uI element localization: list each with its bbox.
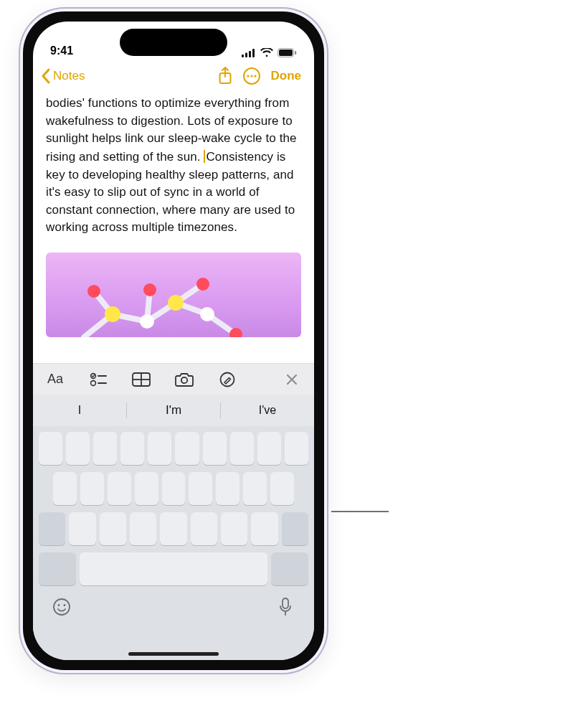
svg-rect-0: [242, 55, 244, 57]
suggestion-3[interactable]: I've: [221, 404, 314, 417]
return-key[interactable]: [271, 552, 308, 585]
svg-point-15: [200, 307, 214, 321]
molecule-illustration: [46, 253, 301, 337]
keyboard-key[interactable]: [270, 472, 294, 505]
callout-line: [331, 511, 389, 512]
svg-point-31: [64, 604, 66, 606]
keyboard-key[interactable]: [203, 432, 227, 465]
markup-icon: [219, 372, 235, 387]
svg-point-14: [168, 295, 184, 311]
keyboard-key[interactable]: [189, 472, 212, 505]
cellular-icon: [242, 49, 256, 57]
svg-rect-5: [279, 50, 293, 56]
keyboard-key[interactable]: [53, 472, 77, 505]
home-indicator[interactable]: [128, 652, 219, 656]
keyboard-key[interactable]: [230, 432, 254, 465]
svg-point-13: [140, 314, 154, 329]
emoji-icon: [52, 598, 71, 616]
svg-point-21: [91, 380, 96, 385]
text-caret: [204, 150, 205, 163]
keyboard-key[interactable]: [160, 512, 186, 545]
format-text-button[interactable]: Aa: [46, 370, 65, 389]
keyboard-key[interactable]: [39, 432, 62, 465]
keyboard-key[interactable]: [135, 472, 158, 505]
keyboard-key[interactable]: [66, 432, 90, 465]
svg-rect-1: [245, 52, 247, 57]
format-close-button[interactable]: [283, 370, 301, 389]
svg-point-11: [254, 75, 256, 77]
done-button[interactable]: Done: [271, 69, 302, 83]
svg-rect-3: [252, 49, 255, 57]
battery-icon: [278, 48, 297, 57]
screen: 9:41: [33, 22, 314, 660]
table-icon: [132, 372, 151, 387]
keyboard-key[interactable]: [243, 472, 267, 505]
wifi-icon: [260, 48, 273, 57]
dictation-button[interactable]: [275, 597, 295, 617]
numbers-key[interactable]: [39, 552, 76, 585]
svg-point-10: [250, 75, 252, 77]
keyboard-key[interactable]: [100, 512, 126, 545]
checklist-icon: [90, 372, 107, 387]
format-bar: Aa: [33, 363, 314, 395]
keyboard-key[interactable]: [257, 432, 281, 465]
emoji-button[interactable]: [52, 597, 72, 617]
chevron-left-icon: [40, 68, 52, 84]
keyboard-key[interactable]: [216, 472, 240, 505]
svg-point-18: [87, 285, 100, 298]
format-table-button[interactable]: [132, 370, 151, 389]
keyboard-key[interactable]: [148, 432, 171, 465]
keyboard-key[interactable]: [130, 512, 156, 545]
note-text-area[interactable]: bodies' functions to optimize everything…: [33, 92, 314, 237]
svg-rect-6: [295, 51, 296, 55]
backspace-key[interactable]: [282, 512, 308, 545]
close-icon: [285, 373, 298, 386]
svg-point-16: [143, 283, 156, 296]
mic-icon: [279, 598, 292, 616]
share-button[interactable]: [218, 67, 232, 85]
nav-bar: Notes Done: [33, 60, 314, 92]
more-button[interactable]: [242, 67, 261, 85]
keyboard-key[interactable]: [285, 432, 308, 465]
svg-point-29: [54, 599, 70, 615]
keyboard-key[interactable]: [221, 512, 247, 545]
svg-point-17: [196, 278, 209, 291]
keyboard-key[interactable]: [120, 432, 144, 465]
back-button[interactable]: Notes: [40, 68, 85, 84]
keyboard-key[interactable]: [191, 512, 217, 545]
share-icon: [218, 67, 232, 85]
format-camera-button[interactable]: [175, 370, 194, 389]
dynamic-island: [120, 29, 227, 56]
keyboard-key[interactable]: [108, 472, 131, 505]
svg-point-12: [105, 306, 120, 322]
svg-point-30: [58, 604, 60, 606]
svg-rect-2: [249, 51, 251, 57]
suggestion-row: I I'm I've: [33, 395, 314, 426]
status-time: 9:41: [50, 44, 73, 57]
keyboard-key[interactable]: [69, 512, 95, 545]
ellipsis-circle-icon: [242, 67, 261, 85]
keyboard-key[interactable]: [251, 512, 278, 545]
keyboard-key[interactable]: [162, 472, 186, 505]
keyboard-key[interactable]: [80, 472, 104, 505]
onscreen-keyboard: [33, 426, 314, 660]
shift-key[interactable]: [39, 512, 65, 545]
svg-rect-32: [283, 598, 288, 608]
space-key[interactable]: [80, 552, 267, 585]
camera-icon: [175, 372, 194, 387]
svg-point-9: [247, 75, 249, 77]
format-markup-button[interactable]: [218, 370, 237, 389]
format-checklist-button[interactable]: [89, 370, 108, 389]
svg-point-27: [181, 377, 187, 382]
suggestion-2[interactable]: I'm: [127, 403, 220, 418]
keyboard-key[interactable]: [175, 432, 199, 465]
suggestion-1[interactable]: I: [33, 404, 126, 417]
text-format-icon: Aa: [47, 372, 63, 387]
phone-frame: 9:41: [19, 7, 328, 674]
note-image[interactable]: [46, 253, 301, 337]
back-label: Notes: [53, 69, 85, 83]
keyboard-key[interactable]: [93, 432, 117, 465]
